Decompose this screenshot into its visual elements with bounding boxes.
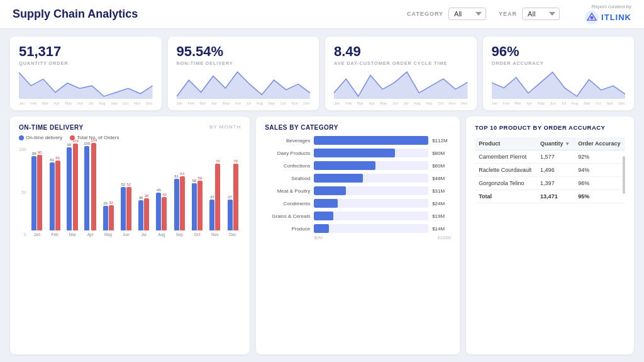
- bar-pair: 45 40: [156, 188, 167, 230]
- bar-delivery: [103, 206, 108, 230]
- bar-pair: 100 104: [84, 139, 97, 230]
- kpi-card-0: 51,317 QUANTITY ORDER JanFebMarAprMayJun…: [10, 37, 162, 110]
- bar-group: 52 52 Jun: [118, 183, 134, 237]
- horiz-bar-label: Condiments: [265, 201, 310, 206]
- category-select[interactable]: All: [448, 8, 486, 20]
- horiz-bar-track: [314, 224, 428, 233]
- bar-group: 61 64 Sep: [171, 172, 187, 237]
- bar-month-label: Nov: [211, 232, 219, 237]
- bar-delivery: [50, 162, 55, 230]
- bar-orders: [55, 161, 60, 230]
- cell-product: Gorgonzola Telino: [475, 176, 536, 189]
- header: Supply Chain Analytics CATEGORY All YEAR…: [0, 0, 644, 29]
- bar-month-label: Jul: [141, 232, 146, 237]
- table-header-row: Product Quantity ▼ Order Accuracy: [475, 137, 625, 150]
- kpi-label-0: QUANTITY ORDER: [19, 60, 153, 66]
- bar-pair: 88 90: [31, 150, 42, 230]
- bar-month-label: Jun: [123, 232, 129, 237]
- bar-orders: [197, 181, 203, 230]
- bar-pair: 29 30: [103, 201, 114, 230]
- bottom-row: ON-TIME DELIVERY BY MONTH On-time delive…: [10, 116, 634, 354]
- cell-product: Raclette Courdavault: [475, 163, 536, 176]
- bar-group: 81 83 Feb: [47, 156, 63, 237]
- bar-legend: On-time delivery Total No. of Orders: [19, 135, 241, 140]
- bar-month-label: Dec: [229, 232, 236, 237]
- cell-quantity: 1,397: [536, 176, 574, 189]
- sparkline-months-0: JanFebMarAprMayJunJulAugSepOctNovDec: [19, 101, 153, 105]
- filter-controls: CATEGORY All YEAR All Report curated by: [407, 4, 631, 24]
- svg-marker-3: [19, 72, 153, 99]
- horiz-bar-fill: [314, 224, 329, 233]
- horiz-bar-row: Meat & Poultry $31M: [265, 186, 451, 195]
- horiz-bar-track: [314, 136, 428, 145]
- sparkline-months-2: JanFebMarAprMayJunJulAugSepOctNovDec: [334, 101, 468, 105]
- horiz-bar-fill: [314, 212, 333, 220]
- bar-month-label: Aug: [158, 232, 165, 237]
- bar-group: 100 104 Apr: [82, 139, 99, 237]
- bar-group: 45 40 Aug: [153, 188, 170, 237]
- bar-month-label: Feb: [52, 232, 58, 237]
- bar-month-label: May: [104, 232, 112, 237]
- horiz-bar-row: Grains & Cereals $19M: [265, 212, 451, 220]
- bar-delivery: [174, 179, 179, 230]
- kpi-card-3: 96% ORDER ACCURACY JanFebMarAprMayJunJul…: [483, 37, 635, 110]
- kpi-value-2: 8.49: [334, 44, 468, 59]
- sales-by-category-card: SALES BY CATEGORY Beverages $112M Dairy …: [256, 116, 460, 354]
- top10-title: TOP 10 PRODUCT BY ORDER ACCURACY: [475, 124, 625, 132]
- kpi-value-0: 51,317: [19, 44, 153, 59]
- main-content: 51,317 QUANTITY ORDER JanFebMarAprMayJun…: [0, 29, 644, 362]
- horiz-bar-value: $60M: [432, 163, 451, 169]
- horiz-bar-row: Confections $60M: [265, 161, 451, 170]
- horiz-bar-fill: [314, 174, 363, 183]
- category-filter-label: CATEGORY: [407, 11, 443, 17]
- horiz-bar-label: Confections: [265, 163, 310, 169]
- horiz-bar-row: Seafood $48M: [265, 174, 451, 183]
- bar-month-label: Jan: [34, 232, 40, 237]
- cell-accuracy: 96%: [574, 176, 625, 189]
- svg-marker-4: [177, 72, 311, 99]
- bar-orders: [37, 155, 42, 230]
- top10-card: TOP 10 PRODUCT BY ORDER ACCURACY Product…: [466, 116, 634, 354]
- bar-delivery: [138, 200, 143, 230]
- col-accuracy: Order Accuracy: [574, 137, 625, 150]
- horiz-bar-value: $80M: [432, 150, 451, 156]
- on-time-delivery-card: ON-TIME DELIVERY BY MONTH On-time delive…: [10, 116, 250, 354]
- horiz-bar-label: Meat & Poultry: [265, 188, 310, 194]
- bar-orders: [73, 144, 78, 230]
- bar-delivery: [84, 146, 89, 230]
- table-total-row: Total 13,471 95%: [475, 189, 625, 203]
- horiz-bar-value: $48M: [432, 176, 451, 181]
- col-quantity[interactable]: Quantity ▼: [536, 137, 574, 150]
- bar-pair: 81 83: [50, 156, 60, 230]
- bar-delivery: [156, 193, 161, 230]
- bar-orders: [144, 198, 149, 230]
- bar-pair: 61 64: [174, 172, 185, 230]
- cell-product: Camembert Pierrot: [475, 150, 536, 163]
- bar-group: 88 90 Jan: [29, 150, 45, 237]
- bar-month-label: Apr: [87, 232, 94, 237]
- cell-total-quantity: 13,471: [536, 189, 574, 203]
- horiz-bar-track: [314, 186, 428, 195]
- bar-pair: 37 79: [209, 159, 220, 230]
- horiz-bar-value: $31M: [432, 188, 451, 194]
- sort-icon: ▼: [565, 141, 570, 147]
- kpi-label-2: AVE DAY-CUSTOMER ORDER CYCLE TIME: [334, 60, 468, 66]
- page-title: Supply Chain Analytics: [13, 8, 407, 21]
- bar-group: 99 103 Mar: [64, 139, 80, 237]
- bar-pair: 52 52: [121, 183, 131, 230]
- kpi-row: 51,317 QUANTITY ORDER JanFebMarAprMayJun…: [10, 37, 634, 110]
- horiz-bar-fill: [314, 149, 395, 157]
- bar-delivery: [31, 156, 36, 230]
- cell-total-label: Total: [475, 189, 536, 203]
- kpi-label-1: NON-TIME DELIVERY: [177, 60, 311, 66]
- bar-chart-wrapper: 100 50 0 88 90 Jan 81 83: [19, 144, 241, 248]
- horiz-bar-label: Dairy Products: [265, 150, 310, 156]
- kpi-card-2: 8.49 AVE DAY-CUSTOMER ORDER CYCLE TIME J…: [325, 37, 477, 110]
- horiz-bar-row: Condiments $24M: [265, 199, 451, 208]
- bar-group: 37 79 Dec: [225, 159, 241, 237]
- scrollbar[interactable]: [623, 156, 625, 194]
- horiz-axis: $0M $100M: [265, 235, 451, 240]
- year-select[interactable]: All: [522, 8, 560, 20]
- horiz-bar-track: [314, 174, 428, 183]
- bar-orders: [180, 176, 185, 230]
